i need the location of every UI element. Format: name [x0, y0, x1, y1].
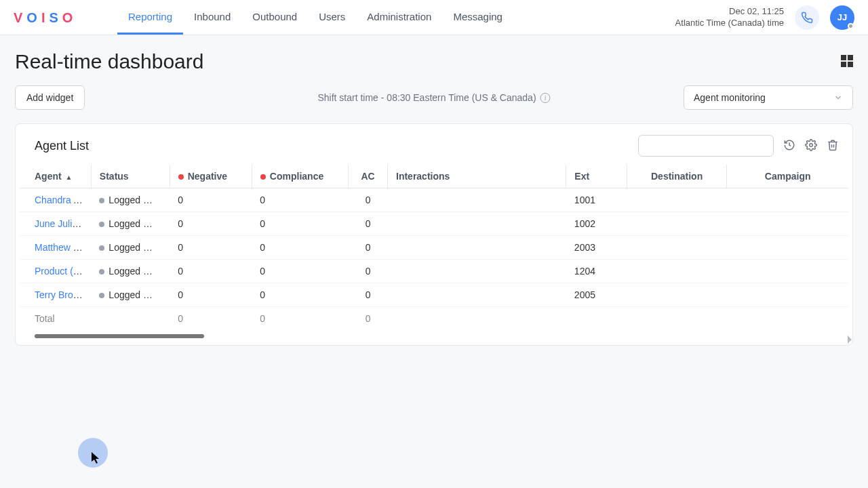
- user-avatar[interactable]: JJ: [830, 5, 854, 30]
- scrollbar-thumb[interactable]: [35, 334, 204, 338]
- nav-reporting[interactable]: Reporting: [117, 0, 183, 35]
- col-destination[interactable]: Destination: [627, 165, 726, 188]
- col-compliance[interactable]: Compliance: [252, 165, 348, 188]
- table-row: Chandra Ag…Logged …0001001: [20, 188, 848, 212]
- widget-title: Agent List: [35, 139, 89, 153]
- col-ac[interactable]: AC: [349, 165, 388, 188]
- search-input[interactable]: [638, 135, 774, 157]
- avatar-initials: JJ: [837, 12, 847, 22]
- presence-dot-icon: [848, 23, 854, 29]
- delete-button[interactable]: [827, 139, 839, 153]
- sort-asc-icon: ▲: [66, 174, 73, 181]
- trash-icon: [827, 139, 839, 151]
- status-dot-icon: [99, 198, 104, 203]
- settings-button[interactable]: [805, 139, 817, 153]
- svg-rect-3: [841, 62, 846, 67]
- top-bar: VOISO ReportingInboundOutboundUsersAdmin…: [0, 0, 868, 35]
- agent-link[interactable]: Terry Brown: [35, 289, 85, 300]
- nav-outbound[interactable]: Outbound: [241, 0, 308, 35]
- agent-link[interactable]: Matthew W…: [35, 242, 91, 253]
- nav-inbound[interactable]: Inbound: [183, 0, 241, 35]
- agent-link[interactable]: Chandra Ag…: [35, 195, 91, 205]
- svg-rect-1: [841, 55, 846, 60]
- col-interactions[interactable]: Interactions: [388, 165, 566, 188]
- status-dot-icon: [99, 245, 104, 251]
- phone-icon: [801, 12, 813, 24]
- status-dot-icon: [99, 269, 104, 274]
- layout-grid-button[interactable]: [841, 55, 853, 69]
- chevron-down-icon: [833, 93, 843, 102]
- horizontal-scrollbar[interactable]: [35, 334, 848, 338]
- table-row: Product (E.B.)Logged …0001204: [20, 260, 848, 283]
- total-row: Total000: [20, 307, 848, 331]
- table-row: Terry BrownLogged …0002005: [20, 283, 848, 307]
- agent-list-widget: Agent List: [15, 123, 853, 346]
- svg-text:VOISO: VOISO: [14, 10, 77, 25]
- phone-button[interactable]: [795, 5, 819, 30]
- col-campaign[interactable]: Campaign: [727, 165, 848, 188]
- main-nav: ReportingInboundOutboundUsersAdministrat…: [117, 0, 513, 35]
- history-icon: [783, 139, 795, 151]
- col-agent[interactable]: Agent ▲: [20, 165, 91, 188]
- date-text: Dec 02, 11:25: [675, 6, 784, 18]
- dashboard-select-value: Agent monitoring: [694, 92, 766, 103]
- dashboard-select[interactable]: Agent monitoring: [684, 85, 853, 110]
- page-title: Real-time dashboard: [15, 50, 203, 73]
- svg-point-7: [810, 143, 813, 146]
- add-widget-button[interactable]: Add widget: [15, 85, 85, 110]
- agent-link[interactable]: Product (E.B.): [35, 266, 91, 277]
- cursor-highlight: [78, 438, 108, 468]
- table-row: Matthew W…Logged …0002003: [20, 236, 848, 260]
- history-button[interactable]: [783, 139, 795, 153]
- nav-users[interactable]: Users: [308, 0, 356, 35]
- info-icon[interactable]: i: [540, 93, 551, 103]
- logo: VOISO: [14, 10, 87, 25]
- status-dot-icon: [99, 222, 104, 227]
- tz-text: Atlantic Time (Canada) time: [675, 18, 784, 29]
- clock-block: Dec 02, 11:25 Atlantic Time (Canada) tim…: [675, 6, 784, 29]
- gear-icon: [805, 139, 817, 151]
- col-negative[interactable]: Negative: [170, 165, 252, 188]
- agent-link[interactable]: June Juliette: [35, 218, 88, 229]
- col-ext[interactable]: Ext: [566, 165, 627, 188]
- svg-rect-4: [848, 62, 853, 67]
- grid-icon: [841, 55, 853, 67]
- status-dot-icon: [99, 293, 104, 298]
- agent-table: Agent ▲ Status Negative Compliance AC In…: [20, 165, 848, 330]
- red-dot-icon: [260, 174, 266, 180]
- col-status[interactable]: Status: [91, 165, 170, 188]
- nav-messaging[interactable]: Messaging: [442, 0, 513, 35]
- red-dot-icon: [178, 174, 184, 180]
- nav-administration[interactable]: Administration: [356, 0, 442, 35]
- svg-rect-2: [848, 55, 853, 60]
- shift-start-text: Shift start time - 08:30 Eastern Time (U…: [317, 92, 550, 103]
- table-row: June JulietteLogged …0001002: [20, 212, 848, 236]
- cursor-icon: [92, 452, 101, 464]
